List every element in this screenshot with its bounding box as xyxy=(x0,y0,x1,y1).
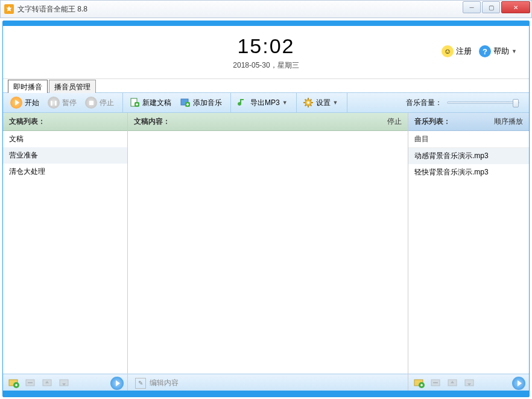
document-list-footer xyxy=(3,374,127,392)
list-item[interactable]: 文稿 xyxy=(3,131,127,147)
content-stop-button[interactable]: 停止 xyxy=(387,117,402,127)
app-frame: 15:02 2018-05-30，星期三 ☺ 注册 ? 帮助 ▼ 即时播音 播音… xyxy=(2,21,530,397)
document-list-title: 文稿列表： xyxy=(9,117,45,127)
music-list-panel: 音乐列表： 顺序播放 曲目 动感背景音乐演示.mp3 轻快背景音乐演示.mp3 xyxy=(408,113,529,392)
music-move-up-button[interactable] xyxy=(446,377,460,390)
settings-button[interactable]: 设置 ▼ xyxy=(299,95,342,110)
window-controls: ─ ▢ ✕ xyxy=(463,1,531,18)
document-content-panel: 文稿内容： 停止 ✎ 编辑内容 xyxy=(128,113,408,392)
play-music-button[interactable] xyxy=(512,377,525,390)
music-list-title: 音乐列表： xyxy=(414,117,451,127)
edit-placeholder: 编辑内容 xyxy=(150,378,179,388)
smiley-icon: ☺ xyxy=(442,45,454,57)
stop-label: 停止 xyxy=(100,98,114,108)
pause-label: 暂停 xyxy=(62,98,77,108)
maximize-button[interactable]: ▢ xyxy=(482,1,500,13)
content-row: 文稿列表： 文稿 营业准备 清仓大处理 xyxy=(3,113,529,392)
volume-slider-thumb[interactable] xyxy=(513,99,519,107)
gear-icon xyxy=(303,97,314,108)
clock-time: 15:02 xyxy=(233,34,299,58)
document-group: 新建文稿 添加音乐 xyxy=(125,93,231,112)
chevron-down-icon: ▼ xyxy=(333,100,338,106)
music-move-down-button[interactable] xyxy=(463,377,477,390)
clock-date: 2018-05-30，星期三 xyxy=(233,60,299,71)
new-document-label: 新建文稿 xyxy=(142,98,171,108)
help-icon: ? xyxy=(479,45,491,57)
document-content-title: 文稿内容： xyxy=(134,117,170,127)
tab-announcer-manage[interactable]: 播音员管理 xyxy=(49,80,96,93)
chevron-down-icon: ▼ xyxy=(282,100,288,106)
document-content-body[interactable] xyxy=(128,131,408,374)
add-music-button[interactable]: 添加音乐 xyxy=(176,95,226,110)
add-music-icon xyxy=(180,97,191,108)
music-list-footer xyxy=(408,374,529,392)
add-music-item-button[interactable] xyxy=(412,377,426,390)
add-music-label: 添加音乐 xyxy=(193,98,222,108)
playback-group: 开始 暂停 停止 xyxy=(7,93,123,112)
new-document-icon xyxy=(129,97,140,108)
volume-label: 音乐音量： xyxy=(406,98,442,108)
stop-button[interactable]: 停止 xyxy=(81,94,118,111)
settings-label: 设置 xyxy=(316,98,331,108)
start-label: 开始 xyxy=(25,98,39,108)
music-list-header: 音乐列表： 顺序播放 xyxy=(408,113,529,131)
list-item[interactable]: 轻快背景音乐演示.mp3 xyxy=(408,164,529,180)
edit-icon[interactable]: ✎ xyxy=(135,378,146,389)
list-item[interactable]: 清仓大处理 xyxy=(3,164,127,180)
move-down-button[interactable] xyxy=(57,377,72,390)
music-list-body[interactable]: 曲目 动感背景音乐演示.mp3 轻快背景音乐演示.mp3 xyxy=(408,131,529,374)
main-toolbar: 开始 暂停 停止 新建文稿 添加音乐 xyxy=(3,92,529,113)
settings-group: 设置 ▼ xyxy=(299,93,347,112)
play-icon xyxy=(10,97,22,109)
help-label: 帮助 xyxy=(493,46,509,57)
register-button[interactable]: ☺ 注册 xyxy=(442,45,472,57)
pause-button[interactable]: 暂停 xyxy=(44,94,80,111)
frame-bottom-border xyxy=(3,391,529,397)
close-button[interactable]: ✕ xyxy=(501,1,530,13)
play-list-button[interactable] xyxy=(110,377,124,390)
document-list-body[interactable]: 文稿 营业准备 清仓大处理 xyxy=(3,131,127,374)
edit-content-bar: ✎ 编辑内容 xyxy=(131,378,404,389)
tabs-row: 即时播音 播音员管理 xyxy=(3,79,529,92)
help-button[interactable]: ? 帮助 ▼ xyxy=(479,45,517,57)
header-right-buttons: ☺ 注册 ? 帮助 ▼ xyxy=(442,45,517,57)
window-titlebar: 文字转语音全能王 8.8 ─ ▢ ✕ xyxy=(0,0,532,18)
header-section: 15:02 2018-05-30，星期三 ☺ 注册 ? 帮助 ▼ xyxy=(3,26,529,79)
add-item-button[interactable] xyxy=(7,377,21,390)
new-document-button[interactable]: 新建文稿 xyxy=(125,95,175,110)
stop-icon xyxy=(85,97,97,109)
volume-slider[interactable] xyxy=(447,101,519,104)
minimize-button[interactable]: ─ xyxy=(463,1,481,13)
remove-music-item-button[interactable] xyxy=(429,377,443,390)
frame-top-border xyxy=(3,21,529,26)
music-column-header: 曲目 xyxy=(408,131,529,148)
list-item[interactable]: 营业准备 xyxy=(3,147,127,164)
export-group: 导出MP3 ▼ xyxy=(233,93,297,112)
play-mode-button[interactable]: 顺序播放 xyxy=(494,117,523,127)
remove-item-button[interactable] xyxy=(24,377,38,390)
document-list-header: 文稿列表： xyxy=(3,113,127,131)
volume-section: 音乐音量： xyxy=(406,98,525,108)
clock-block: 15:02 2018-05-30，星期三 xyxy=(233,34,299,71)
register-label: 注册 xyxy=(456,46,472,57)
move-up-button[interactable] xyxy=(40,377,55,390)
tab-realtime-broadcast[interactable]: 即时播音 xyxy=(8,80,48,93)
document-content-header: 文稿内容： 停止 xyxy=(128,113,408,131)
start-button[interactable]: 开始 xyxy=(7,94,43,111)
chevron-down-icon: ▼ xyxy=(511,48,517,54)
app-icon xyxy=(4,4,14,14)
pause-icon xyxy=(48,97,60,109)
music-note-icon xyxy=(237,97,248,108)
document-list-panel: 文稿列表： 文稿 营业准备 清仓大处理 xyxy=(3,113,128,392)
export-mp3-label: 导出MP3 xyxy=(250,98,280,108)
document-content-footer: ✎ 编辑内容 xyxy=(128,374,408,392)
svg-point-5 xyxy=(307,101,309,104)
list-item[interactable]: 动感背景音乐演示.mp3 xyxy=(408,148,529,164)
window-title: 文字转语音全能王 8.8 xyxy=(17,4,463,14)
export-mp3-button[interactable]: 导出MP3 ▼ xyxy=(233,95,291,110)
